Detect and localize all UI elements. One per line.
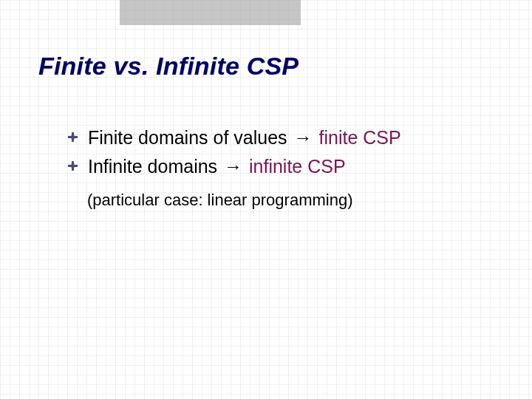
header-decoration-bar <box>120 0 301 25</box>
arrow-icon: → <box>222 156 244 177</box>
slide: Finite vs. Infinite CSP Finite domains o… <box>0 0 532 399</box>
bullet-suffix: infinite CSP <box>244 156 346 177</box>
bullet-item: Infinite domains → infinite CSP <box>68 154 488 179</box>
bullet-text: Finite domains of values → finite CSP <box>88 126 401 150</box>
diamond-plus-icon <box>68 161 78 171</box>
bullet-suffix: finite CSP <box>314 127 401 148</box>
sub-note-text: (particular case: linear programming) <box>87 191 352 210</box>
slide-title: Finite vs. Infinite CSP <box>38 52 299 81</box>
bullet-list: Finite domains of values → finite CSP In… <box>68 126 488 183</box>
diamond-plus-icon <box>68 132 78 142</box>
bullet-item: Finite domains of values → finite CSP <box>68 126 488 150</box>
bullet-prefix: Finite domains of values <box>88 127 293 148</box>
bullet-prefix: Infinite domains <box>88 156 222 177</box>
bullet-text: Infinite domains → infinite CSP <box>88 154 346 179</box>
arrow-icon: → <box>293 127 314 148</box>
